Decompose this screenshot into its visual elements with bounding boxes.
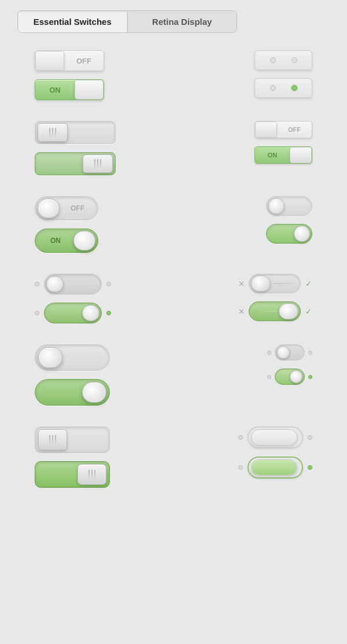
s-label-off: OFF [277, 122, 312, 138]
mini-track-on [275, 369, 305, 385]
oval-track-off [248, 426, 303, 448]
row-2: OFF ON [12, 121, 335, 175]
tab-retina[interactable]: Retina Display [128, 11, 237, 32]
row-3: OFF ON [12, 196, 335, 253]
xcheck-track-on [249, 301, 301, 321]
oval-dot-right-off [308, 435, 312, 440]
oval-dot-right-on [308, 465, 312, 470]
col-left-6 [35, 426, 110, 488]
mini-dot-switch-off[interactable] [267, 344, 312, 360]
grip-line-6 [100, 159, 101, 168]
track-long-on [44, 303, 102, 323]
pill-switch-off[interactable]: OFF [35, 196, 98, 220]
col-left-2 [35, 121, 116, 175]
pill-switch-on[interactable]: ON [35, 229, 98, 253]
xcheck-thumb-on [279, 303, 298, 319]
check-label-off: ✓ [304, 279, 312, 288]
vert-thumb-off [38, 429, 67, 450]
side-dot-left-on [35, 311, 39, 315]
switch-label-on: ON [35, 80, 75, 100]
xcheck-line-on [253, 311, 276, 312]
small-text-switch-on[interactable]: ON [254, 146, 312, 164]
dot-right-active [291, 85, 297, 91]
x-label-off: ✕ [237, 279, 245, 288]
xcheck-track-off [249, 274, 301, 293]
oval-dot-switch-off[interactable] [238, 426, 312, 448]
main-content: OFF ON [0, 33, 347, 526]
oval-dot-left-off [238, 435, 243, 440]
grip-line-4 [94, 159, 95, 168]
switch-thumb-on [75, 80, 104, 100]
dot-right [291, 57, 297, 63]
mini-dot-left-on [267, 375, 271, 379]
col-right-2: OFF ON [254, 121, 312, 164]
check-label-on: ✓ [304, 307, 312, 316]
vert-grip-on[interactable] [35, 461, 110, 488]
mini-dot-right-on [308, 375, 312, 379]
col-left-5 [35, 344, 110, 406]
s-thumb-on [290, 147, 312, 163]
col-right-1 [254, 50, 312, 98]
dot-left [270, 57, 276, 63]
vg-line-5 [91, 470, 93, 479]
mini-dot-switch-on[interactable] [267, 369, 312, 385]
pill-sm-switch-off[interactable] [266, 196, 312, 216]
grip-switch-off[interactable] [35, 121, 116, 144]
grip-thumb [38, 123, 68, 142]
grip-switch-on[interactable] [35, 152, 116, 175]
pill-sm-switch-on[interactable] [266, 224, 312, 244]
dot-switch-on[interactable] [254, 78, 312, 98]
grip-thumb-on [83, 154, 113, 173]
text-switch-on[interactable]: ON [35, 79, 104, 100]
long-dot-switch-off[interactable] [35, 274, 111, 295]
oval-track-on [248, 457, 303, 479]
mini-dot-right-off [308, 351, 312, 355]
switch-label: OFF [64, 51, 104, 71]
grip-line-5 [97, 159, 98, 168]
dot-left-inactive [270, 85, 276, 91]
grip-line-3 [55, 128, 56, 137]
col-right-4: ✕ ✓ ✕ ✓ [237, 274, 312, 321]
tab-essential[interactable]: Essential Switches [18, 11, 128, 32]
pill-sm-thumb-on [294, 226, 310, 242]
oval-dot-switch-on[interactable] [238, 457, 312, 479]
pill-label-off: OFF [60, 204, 95, 212]
wide-switch-on[interactable] [35, 379, 110, 406]
col-left-3: OFF ON [35, 196, 98, 253]
grip-line-1 [49, 128, 50, 137]
track-thumb-off [46, 276, 64, 292]
switch-thumb [35, 51, 64, 71]
row-5 [12, 344, 335, 406]
long-dot-switch-on[interactable] [35, 303, 111, 323]
vg-line-2 [52, 435, 53, 444]
xcheck-thumb-off [251, 275, 271, 292]
col-right-3 [266, 196, 312, 244]
dot-switch-off[interactable] [254, 50, 312, 70]
s-thumb-off [255, 122, 277, 138]
row-6 [12, 426, 335, 488]
side-dot-right-off [106, 282, 111, 286]
wide-switch-off[interactable] [35, 344, 110, 371]
xcheck-switch-on[interactable]: ✕ ✓ [237, 301, 312, 321]
mini-dot-left-off [267, 351, 271, 355]
grip-line-2 [52, 128, 53, 137]
xcheck-switch-off[interactable]: ✕ ✓ [237, 274, 312, 293]
track-long-off [44, 274, 102, 295]
s-label-on: ON [255, 147, 290, 163]
wide-thumb-on [82, 382, 106, 403]
col-left-4 [35, 274, 111, 323]
col-left-1: OFF ON [35, 50, 104, 100]
tab-bar: Essential Switches Retina Display [17, 10, 237, 33]
vert-grip-off[interactable] [35, 426, 110, 453]
col-right-6 [238, 426, 312, 479]
mini-thumb-off [277, 346, 290, 359]
vg-line-6 [94, 470, 95, 479]
row-1: OFF ON [12, 50, 335, 100]
wide-thumb-off [38, 347, 62, 368]
small-text-switch-off[interactable]: OFF [254, 121, 312, 138]
row-4: ✕ ✓ ✕ ✓ [12, 274, 335, 323]
pill-sm-thumb-off [268, 198, 285, 214]
track-thumb-on [82, 305, 99, 321]
text-switch-off[interactable]: OFF [35, 50, 104, 71]
pill-thumb-off [38, 198, 60, 218]
